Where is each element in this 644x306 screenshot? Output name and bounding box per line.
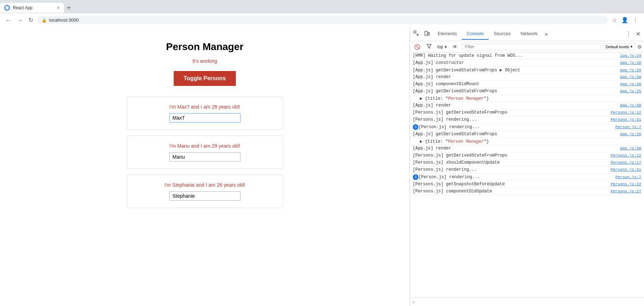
tab-network[interactable]: Network [516,28,543,40]
console-source-link[interactable]: Persons.js:27 [611,189,641,193]
console-input-row: › [410,297,644,306]
svg-rect-1 [414,31,416,33]
person-card-2: I'm Stephanie and I am 26 years old! [127,175,283,208]
devtools-close-button[interactable]: ✕ [634,29,643,39]
console-row: [App.js] constructorApp.js:20 [410,60,644,67]
devtools-panel: Elements Console Sources Network » ⋮ ✕ 🚫… [410,27,644,306]
person-input-1[interactable] [169,152,240,162]
console-row: [Persons.js] getDerivedStateFromPropsPer… [410,152,644,159]
devtools-menu-button[interactable]: ⋮ [624,29,633,39]
console-row: [App.js] getDerivedStateFromPropsApp.js:… [410,131,644,138]
page-subtitle: It's working [193,58,217,64]
svg-marker-6 [427,44,431,48]
console-row: [Persons.js] componentDidUpdatePersons.j… [410,188,644,195]
console-source-link[interactable]: Persons.js:31 [611,118,641,122]
console-row: 3[Person.js] rendering...Person.js:7 [410,124,644,131]
person-input-0[interactable] [169,113,240,122]
console-row: ▶ {title: "Person Manager"} [410,138,644,145]
console-message: [Persons.js] rendering... [413,167,607,172]
devtools-tabs: Elements Console Sources Network » [433,28,550,40]
console-input[interactable] [416,300,641,305]
person-label-2: I'm Stephanie and I am 26 years old! [134,182,276,188]
refresh-button[interactable]: ↻ [27,15,34,25]
console-source-link[interactable]: Persons.js:12 [611,153,641,158]
console-source-link[interactable]: App.js:20 [620,61,641,65]
page-title: Person Manager [166,41,244,53]
console-source-link[interactable]: Person.js:7 [615,125,641,129]
scope-selector[interactable]: top ▾ [436,44,448,50]
console-source-link[interactable]: App.js:25 [620,132,641,136]
console-row: [HMR] Waiting for update signal from WDS… [410,53,644,60]
clear-console-button[interactable]: 🚫 [412,43,422,50]
console-settings-button[interactable]: ⚙ [637,44,642,50]
active-tab[interactable]: React App × [0,3,64,13]
console-source-link[interactable]: Persons.js:17 [611,160,641,165]
console-message: [Persons.js] shouldComponentUpdate [413,160,607,165]
console-message: [App.js] getDerivedStateFromProps [413,132,617,137]
default-levels-button[interactable]: Default levels ▾ [603,43,635,50]
person-input-2[interactable] [169,191,240,201]
console-row: 3[Person.js] rendering...Person.js:7 [410,174,644,181]
console-message: [Person.js] rendering... [418,175,612,180]
tab-title: React App [13,5,32,10]
console-source-link[interactable]: Persons.js:12 [611,110,641,115]
console-message: [Persons.js] rendering... [413,117,607,122]
console-source-link[interactable]: Person.js:7 [615,175,641,179]
svg-rect-4 [425,31,427,35]
console-row: [Persons.js] rendering...Persons.js:31 [410,166,644,174]
console-message: ▶ {title: "Person Manager"} [413,96,641,101]
levels-dropdown-icon: ▾ [631,44,633,49]
console-source-link[interactable]: App.js:58 [620,75,641,79]
console-row: [App.js] getDerivedStateFromProps ▶ Obje… [410,67,644,74]
back-button[interactable]: ← [4,16,13,25]
console-message: [App.js] render [413,146,617,151]
console-message: [Persons.js] getDerivedStateFromProps [413,110,607,115]
url-bar[interactable]: 🔒 localhost:3000 [37,16,608,24]
console-prompt-icon: › [413,299,414,305]
tab-elements[interactable]: Elements [433,28,462,40]
tab-close-button[interactable]: × [57,5,60,11]
lock-icon: 🔒 [42,18,47,23]
console-output: [HMR] Waiting for update signal from WDS… [410,53,644,297]
toggle-persons-button[interactable]: Toggle Persons [174,71,236,86]
console-source-link[interactable]: Persons.js:22 [611,182,641,186]
console-source-link[interactable]: Persons.js:31 [611,168,641,172]
svg-rect-5 [428,32,429,35]
console-source-link[interactable]: App.js:25 [620,89,641,93]
console-source-link[interactable]: App.js:58 [620,146,641,151]
profile-button[interactable]: 👤 [620,15,630,25]
person-label-0: I'm MaxT and I am 28 years old! [134,104,276,110]
console-source-link[interactable]: App.js:25 [620,68,641,72]
menu-button[interactable]: ⋮ [631,15,640,25]
console-row: [App.js] renderApp.js:58 [410,74,644,81]
scope-value: top [437,44,443,49]
console-filter-input[interactable] [462,43,601,50]
console-filter-button[interactable] [424,43,434,50]
browser-chrome: React App × + ← → ↻ 🔒 localhost:3000 ☆ 👤… [0,0,644,27]
console-message: [HMR] Waiting for update signal from WDS… [413,53,617,58]
tab-sources[interactable]: Sources [489,28,516,40]
console-message: [App.js] getDerivedStateFromProps [413,89,617,94]
scope-dropdown-icon: ▾ [445,44,447,49]
url-text: localhost:3000 [49,17,79,23]
console-message: ▶ {title: "Person Manager"} [413,139,641,144]
console-source-link[interactable]: App.js:58 [620,103,641,108]
console-row: [Persons.js] shouldComponentUpdatePerson… [410,159,644,166]
device-toolbar-button[interactable] [422,29,432,39]
console-badge: 3 [413,174,418,180]
console-row: [Persons.js] getSnapshotBeforeUpdatePers… [410,181,644,188]
console-source-link[interactable]: log.js:24 [620,54,641,58]
forward-button[interactable]: → [16,16,24,25]
console-source-link[interactable]: App.js:30 [620,82,641,86]
console-message: [App.js] getDerivedStateFromProps ▶ Obje… [413,67,617,73]
inspect-element-button[interactable] [411,29,421,39]
new-tab-button[interactable]: + [64,4,74,12]
bookmark-button[interactable]: ☆ [611,15,618,25]
tab-favicon [4,5,10,11]
tab-console[interactable]: Console [462,28,489,40]
main-area: Person Manager It's working Toggle Perso… [0,27,644,306]
console-row: [App.js] renderApp.js:58 [410,102,644,109]
more-tabs-button[interactable]: » [542,28,550,40]
eye-button[interactable]: 👁 [450,43,460,50]
console-message: [Person.js] rendering... [418,125,612,130]
